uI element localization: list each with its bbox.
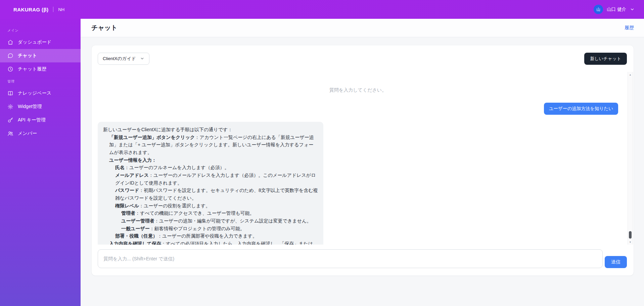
assistant-message-line: ユーザー管理者：ユーザーの追加・編集が可能ですが、システム設定は変更できません。 xyxy=(103,217,318,225)
sidebar-group-label: メイン xyxy=(0,28,81,33)
topbar: RAKURAG (β) NH 山 山口 健介 xyxy=(0,0,644,19)
assistant-message-line: 新しいユーザーをClientXに追加する手順は以下の通りです： xyxy=(103,126,318,134)
chat-area: 質問を入力してください。 ユーザーの追加方法を知りたい 新しいユーザーをClie… xyxy=(92,72,634,245)
gear-icon xyxy=(7,104,13,110)
chat-hint: 質問を入力してください。 xyxy=(329,87,386,93)
sidebar-item-knowledge-base[interactable]: ナレッジベース xyxy=(0,87,81,100)
sidebar: メインダッシュボードチャットチャット履歴管理ナレッジベースWidget管理API… xyxy=(0,19,81,306)
chevron-down-icon xyxy=(630,7,635,12)
sidebar-item-label: メンバー xyxy=(18,131,37,137)
sidebar-item-label: ダッシュボード xyxy=(18,39,51,45)
assistant-message-line: 権限レベル：ユーザーの役割を選択します。 xyxy=(103,202,318,210)
app: RAKURAG (β) NH 山 山口 健介 メインダッシュボードチャットチャッ… xyxy=(0,0,644,306)
clock-icon xyxy=(7,66,13,72)
sidebar-item-api-key-management[interactable]: API キー管理 xyxy=(0,113,81,127)
card-toolbar: ClientXのガイド 新しいチャット xyxy=(92,45,634,72)
users-icon xyxy=(7,131,13,137)
book-icon xyxy=(7,90,13,96)
sidebar-item-chat[interactable]: チャット xyxy=(0,49,81,62)
chat-message-list: 質問を入力してください。 ユーザーの追加方法を知りたい 新しいユーザーをClie… xyxy=(98,72,618,245)
assistant-message-line: 「新規ユーザー追加」ボタンをクリック：アカウント一覧ページの右上にある「新規ユー… xyxy=(103,134,318,156)
user-message: ユーザーの追加方法を知りたい xyxy=(544,103,618,115)
assistant-message-line: メールアドレス：ユーザーのメールアドレスを入力します（必須）。このメールアドレス… xyxy=(103,171,318,187)
main-header: チャット 履歴 xyxy=(81,19,644,37)
scrollbar[interactable]: ▲ ▼ xyxy=(628,72,633,245)
sidebar-item-label: Widget管理 xyxy=(18,104,42,110)
sidebar-item-label: チャット xyxy=(18,53,37,59)
assistant-message-line: 一般ユーザー：顧客情報やプロジェクトの管理のみ可能。 xyxy=(103,225,318,233)
assistant-message-line: 入力内容を確認して保存：すべての必須項目を入力したら、入力内容を確認し、「保存」… xyxy=(103,240,318,245)
sidebar-item-dashboard[interactable]: ダッシュボード xyxy=(0,36,81,49)
new-chat-button[interactable]: 新しいチャット xyxy=(584,53,627,65)
guide-select-label: ClientXのガイド xyxy=(103,56,136,62)
sidebar-item-members[interactable]: メンバー xyxy=(0,127,81,140)
user-menu[interactable]: 山 山口 健介 xyxy=(594,5,635,14)
content: ClientXのガイド 新しいチャット 質問を入力してください。 ユーザーの追加… xyxy=(81,37,644,306)
history-link[interactable]: 履歴 xyxy=(625,25,634,31)
chat-icon xyxy=(7,53,13,59)
page-title: チャット xyxy=(91,23,118,32)
sidebar-item-label: チャット履歴 xyxy=(18,66,46,72)
sidebar-item-label: API キー管理 xyxy=(18,117,46,123)
sidebar-item-widget-management[interactable]: Widget管理 xyxy=(0,100,81,113)
assistant-message: 新しいユーザーをClientXに追加する手順は以下の通りです：「新規ユーザー追加… xyxy=(98,122,323,245)
avatar: 山 xyxy=(594,5,603,14)
send-button[interactable]: 送信 xyxy=(605,256,627,268)
user-name: 山口 健介 xyxy=(607,6,626,12)
assistant-message-line: 部署・役職（任意）：ユーザーの所属部署や役職を入力できます。 xyxy=(103,232,318,240)
home-icon xyxy=(7,39,13,45)
scrollbar-down-icon[interactable]: ▼ xyxy=(628,239,633,245)
sidebar-group-label: 管理 xyxy=(0,79,81,84)
key-icon xyxy=(7,117,13,123)
scrollbar-thumb[interactable] xyxy=(629,231,632,239)
guide-select[interactable]: ClientXのガイド xyxy=(98,53,149,65)
question-input[interactable] xyxy=(98,249,603,268)
scrollbar-up-icon[interactable]: ▲ xyxy=(628,72,633,77)
sidebar-item-chat-history[interactable]: チャット履歴 xyxy=(0,62,81,76)
assistant-message-line: パスワード：初期パスワードを設定します。セキュリティのため、8文字以上で英数字を… xyxy=(103,187,318,202)
chat-card: ClientXのガイド 新しいチャット 質問を入力してください。 ユーザーの追加… xyxy=(91,45,634,276)
assistant-message-line: ユーザー情報を入力： xyxy=(103,156,318,164)
chevron-down-icon xyxy=(140,56,144,61)
assistant-message-line: 管理者：すべての機能にアクセスでき、ユーザー管理も可能。 xyxy=(103,209,318,217)
sidebar-item-label: ナレッジベース xyxy=(18,90,51,96)
body: メインダッシュボードチャットチャット履歴管理ナレッジベースWidget管理API… xyxy=(0,19,644,306)
main: チャット 履歴 ClientXのガイド 新しいチャット xyxy=(81,19,644,306)
brand-divider xyxy=(53,7,53,12)
composer: 送信 xyxy=(92,245,634,275)
assistant-message-line: 氏名：ユーザーのフルネームを入力します（必須）。 xyxy=(103,164,318,171)
topbar-left: RAKURAG (β) NH xyxy=(13,7,64,12)
brand-logo: RAKURAG (β) xyxy=(13,7,48,12)
workspace-label: NH xyxy=(58,7,64,12)
